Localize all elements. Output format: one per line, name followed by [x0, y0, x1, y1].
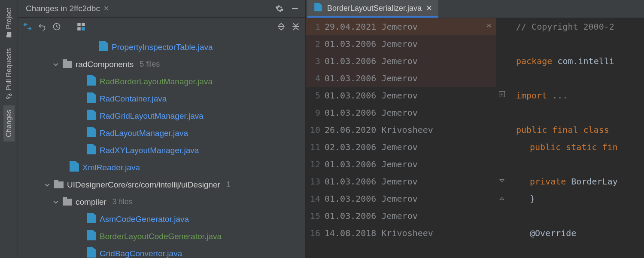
line-number: 14: [306, 194, 320, 204]
annotate-row[interactable]: 1501.03.2006 Jemerov: [306, 207, 496, 224]
tool-tab-changes-label: Changes: [5, 110, 13, 137]
code-view[interactable]: // Copyright 2000-2 package com.intelli …: [509, 18, 644, 258]
annotate-info: 14.08.2018 Krivosheev: [325, 228, 492, 238]
file-label: PropertyInspectorTable.java: [112, 43, 213, 52]
code-keyword: private: [530, 176, 571, 187]
expand-all-button[interactable]: [275, 21, 287, 33]
changes-toolbar: [18, 18, 305, 36]
file-property-inspector[interactable]: PropertyInspectorTable.java: [18, 39, 305, 56]
file-label: XmlReader.java: [82, 163, 140, 172]
file-grid-bag-converter[interactable]: GridBagConverter.java: [18, 245, 305, 258]
annotate-row[interactable]: 501.03.2006 Jemerov: [306, 87, 496, 104]
folder-file-count: 3 files: [112, 197, 133, 206]
java-file-icon: [87, 78, 96, 86]
annotate-row[interactable]: 201.03.2006 Jemerov: [306, 35, 496, 52]
file-asm-code-generator[interactable]: AsmCodeGenerator.java: [18, 211, 305, 228]
line-number: 11: [306, 142, 320, 152]
annotate-info: 01.03.2006 Jemerov: [325, 56, 492, 66]
current-revision-star-icon: *: [486, 22, 492, 32]
collapse-all-button[interactable]: [290, 21, 302, 33]
java-file-icon: [314, 5, 322, 11]
pull-request-icon: [6, 93, 12, 99]
folder-label: compiler: [76, 197, 106, 207]
history-button[interactable]: [51, 21, 63, 33]
file-label: AsmCodeGenerator.java: [100, 215, 189, 224]
annotate-info: 01.03.2006 Jemerov: [325, 211, 492, 221]
annotate-info: 01.03.2006 Jemerov: [325, 108, 492, 118]
folder-ui-designer-core[interactable]: UIDesignerCore/src/com/intellij/uiDesign…: [18, 176, 305, 194]
chevron-down-icon[interactable]: [52, 200, 59, 205]
java-file-icon: [87, 147, 96, 154]
tool-tab-project[interactable]: Project: [3, 3, 15, 42]
code-folded: ...: [547, 90, 568, 101]
code-line: // Copyright 2000-2: [516, 22, 614, 32]
line-number: 5: [306, 90, 320, 101]
folder-icon: [54, 181, 64, 188]
annotate-row[interactable]: 1102.03.2006 Jemerov: [306, 138, 496, 156]
chevron-down-icon[interactable]: [44, 182, 51, 187]
compare-button[interactable]: [21, 21, 33, 33]
fold-region-icon[interactable]: [499, 177, 506, 184]
svg-rect-7: [82, 23, 85, 26]
annotate-row[interactable]: 129.04.2021 Jemerov*: [306, 18, 496, 35]
annotate-row[interactable]: 401.03.2006 Jemerov: [306, 70, 496, 87]
annotate-row[interactable]: 1026.06.2020 Krivosheev: [306, 121, 496, 138]
close-tab-icon[interactable]: ✕: [426, 3, 432, 13]
line-number: 9: [306, 108, 320, 118]
chevron-down-icon[interactable]: [52, 62, 59, 67]
minimize-button[interactable]: [289, 3, 301, 15]
file-rad-border-layout-manager[interactable]: RadBorderLayoutManager.java: [18, 73, 305, 90]
revert-button[interactable]: [36, 21, 48, 33]
editor-tab-active[interactable]: BorderLayoutSerializer.java ✕: [307, 0, 438, 18]
svg-rect-0: [7, 32, 11, 37]
folder-rad-components[interactable]: radComponents 5 files: [18, 56, 305, 73]
java-file-icon: [87, 95, 96, 103]
line-number: 12: [306, 159, 320, 169]
annotate-info: 01.03.2006 Jemerov: [325, 176, 492, 187]
code-ident: BorderLay: [571, 176, 617, 187]
file-xml-reader[interactable]: XmlReader.java: [18, 159, 305, 176]
file-label: RadGridLayoutManager.java: [100, 111, 204, 121]
annotate-info: 01.03.2006 Jemerov: [325, 194, 492, 204]
changes-tree: PropertyInspectorTable.java radComponent…: [18, 36, 305, 258]
annotate-row[interactable]: 301.03.2006 Jemerov: [306, 52, 496, 70]
annotate-row[interactable]: 1614.08.2018 Krivosheev: [306, 224, 496, 242]
file-rad-layout-manager[interactable]: RadLayoutManager.java: [18, 125, 305, 142]
fold-region-icon[interactable]: [499, 194, 506, 201]
group-icon: [77, 22, 85, 31]
group-button[interactable]: [75, 21, 87, 33]
annotate-row[interactable]: 1301.03.2006 Jemerov: [306, 173, 496, 190]
file-label: RadBorderLayoutManager.java: [100, 77, 213, 86]
code-annotation: @Override: [530, 228, 576, 238]
clock-icon: [52, 22, 61, 31]
settings-button[interactable]: [273, 3, 286, 15]
svg-rect-6: [77, 23, 81, 26]
fold-expand-icon[interactable]: [499, 90, 506, 97]
file-label: GridBagConverter.java: [100, 249, 182, 258]
close-panel-tab-icon[interactable]: ✕: [103, 4, 109, 12]
folder-compiler[interactable]: compiler 3 files: [18, 194, 305, 211]
annotate-row[interactable]: 1201.03.2006 Jemerov: [306, 156, 496, 173]
annotate-gutter[interactable]: 129.04.2021 Jemerov*201.03.2006 Jemerov3…: [306, 18, 496, 258]
annotate-row[interactable]: 1401.03.2006 Jemerov: [306, 190, 496, 207]
annotate-row[interactable]: 901.03.2006 Jemerov: [306, 104, 496, 121]
line-number: 3: [306, 56, 320, 66]
svg-point-2: [6, 97, 8, 98]
annotate-info: 01.03.2006 Jemerov: [325, 159, 492, 169]
file-border-layout-code-generator[interactable]: BorderLayoutCodeGenerator.java: [18, 228, 305, 245]
gear-icon: [275, 4, 284, 13]
tool-tab-pull-requests-label: Pull Requests: [5, 48, 13, 91]
code-ident: com.intelli: [552, 56, 614, 66]
line-number: 13: [306, 176, 320, 187]
tool-tab-pull-requests[interactable]: Pull Requests: [3, 44, 15, 104]
file-rad-grid-layout-manager[interactable]: RadGridLayoutManager.java: [18, 108, 305, 125]
project-icon: [6, 32, 12, 38]
tool-tab-changes[interactable]: Changes: [3, 105, 15, 141]
line-number: 4: [306, 73, 320, 83]
java-file-icon: [87, 215, 96, 223]
file-rad-xy-layout-manager[interactable]: RadXYLayoutManager.java: [18, 142, 305, 159]
svg-rect-9: [82, 27, 85, 31]
file-rad-container[interactable]: RadContainer.java: [18, 90, 305, 108]
annotate-info: 26.06.2020 Krivosheev: [325, 125, 492, 135]
line-number: 2: [306, 39, 320, 49]
